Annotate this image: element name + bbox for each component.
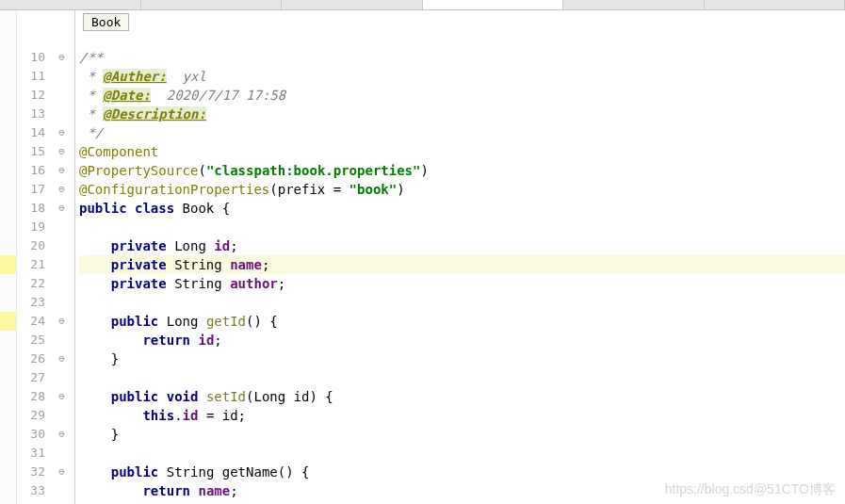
code-token: (: [198, 163, 205, 178]
breakpoint-cell[interactable]: [0, 463, 16, 481]
breakpoint-cell[interactable]: [0, 331, 16, 350]
code-token: (prefix =: [269, 182, 349, 197]
breakpoint-cell[interactable]: [0, 48, 16, 67]
code-line[interactable]: }: [79, 500, 845, 504]
code-line[interactable]: [79, 444, 845, 463]
breakpoint-cell[interactable]: [0, 350, 16, 368]
code-line[interactable]: return id;: [79, 331, 845, 350]
breakpoint-cell[interactable]: [0, 161, 16, 180]
breakpoint-cell[interactable]: [0, 425, 16, 444]
code-line[interactable]: [79, 368, 845, 387]
line-number: 30: [17, 425, 49, 444]
fold-toggle[interactable]: [49, 180, 74, 199]
code-token: return: [142, 333, 198, 348]
code-token: }: [79, 351, 119, 366]
code-line[interactable]: public String getName() {: [79, 463, 845, 481]
code-token: = id;: [198, 408, 246, 423]
code-token: private: [111, 238, 174, 253]
fold-toggle[interactable]: [49, 463, 74, 481]
tab-bar[interactable]: [0, 0, 845, 10]
code-line[interactable]: * @Description:: [79, 105, 845, 123]
code-line[interactable]: */: [79, 123, 845, 142]
code-line[interactable]: @PropertySource("classpath:book.properti…: [79, 161, 845, 180]
breakpoint-cell[interactable]: [0, 199, 16, 218]
breakpoint-cell[interactable]: [0, 387, 16, 406]
code-line[interactable]: @Component: [79, 142, 845, 161]
code-line[interactable]: [79, 293, 845, 312]
code-editor[interactable]: 1011121314151617181920212223242526272829…: [0, 10, 845, 504]
code-token: id: [214, 238, 230, 253]
code-token: [79, 389, 111, 404]
code-line[interactable]: public Long getId() {: [79, 312, 845, 331]
fold-toggle: [49, 105, 74, 123]
breakpoint-cell[interactable]: [0, 274, 16, 293]
code-line[interactable]: * @Auther: yxl: [79, 67, 845, 86]
fold-toggle[interactable]: [49, 161, 74, 180]
tab-slot[interactable]: [705, 0, 846, 9]
tab-slot[interactable]: [0, 0, 141, 9]
breakpoint-cell[interactable]: [0, 444, 16, 463]
code-token: */: [79, 125, 103, 140]
line-number: 29: [17, 406, 49, 425]
code-token: public class: [79, 201, 183, 216]
code-line[interactable]: private Long id;: [79, 236, 845, 255]
code-token: (Long id) {: [246, 389, 333, 404]
fold-toggle[interactable]: [49, 48, 74, 67]
breakpoint-gutter[interactable]: [0, 10, 17, 504]
line-number: 27: [17, 368, 49, 387]
breakpoint-cell[interactable]: [0, 180, 16, 199]
fold-toggle: [49, 67, 74, 86]
code-token: 2020/7/17 17:58: [151, 88, 285, 103]
code-line[interactable]: public void setId(Long id) {: [79, 387, 845, 406]
breakpoint-cell[interactable]: [0, 481, 16, 500]
breakpoint-cell[interactable]: [0, 236, 16, 255]
code-line[interactable]: /**: [79, 48, 845, 67]
code-line[interactable]: private String name;: [79, 255, 845, 274]
code-line[interactable]: [79, 218, 845, 236]
fold-toggle[interactable]: [49, 199, 74, 218]
code-line[interactable]: return name;: [79, 481, 845, 500]
fold-toggle[interactable]: [49, 350, 74, 368]
fold-toggle[interactable]: [49, 142, 74, 161]
code-token: /**: [79, 50, 103, 65]
code-token: ): [397, 182, 404, 197]
breakpoint-cell[interactable]: [0, 293, 16, 312]
breakpoint-cell[interactable]: [0, 255, 16, 274]
breakpoint-cell[interactable]: [0, 86, 16, 105]
breakpoint-cell[interactable]: [0, 67, 16, 86]
breakpoint-cell[interactable]: [0, 123, 16, 142]
line-number: 28: [17, 387, 49, 406]
code-line[interactable]: public class Book {: [79, 199, 845, 218]
code-line[interactable]: @ConfigurationProperties(prefix = "book"…: [79, 180, 845, 199]
code-area[interactable]: /** * @Auther: yxl * @Date: 2020/7/17 17…: [75, 10, 845, 504]
tab-slot[interactable]: [563, 0, 705, 9]
code-token: ;: [230, 483, 237, 498]
code-token: private: [111, 276, 174, 291]
code-line[interactable]: this.id = id;: [79, 406, 845, 425]
fold-toggle: [49, 255, 74, 274]
fold-toggle[interactable]: [49, 123, 74, 142]
breakpoint-cell[interactable]: [0, 500, 16, 504]
tab-slot[interactable]: [141, 0, 283, 9]
code-token: name: [198, 483, 230, 498]
code-line[interactable]: }: [79, 350, 845, 368]
breakpoint-cell[interactable]: [0, 368, 16, 387]
fold-gutter[interactable]: [49, 10, 75, 504]
code-line[interactable]: private String author;: [79, 274, 845, 293]
fold-toggle[interactable]: [49, 425, 74, 444]
hover-tooltip: Book: [83, 13, 129, 31]
code-line[interactable]: * @Date: 2020/7/17 17:58: [79, 86, 845, 105]
breakpoint-cell[interactable]: [0, 105, 16, 123]
breakpoint-cell[interactable]: [0, 142, 16, 161]
tab-slot[interactable]: [282, 0, 423, 9]
code-line[interactable]: }: [79, 425, 845, 444]
code-token: [79, 408, 142, 423]
fold-toggle[interactable]: [49, 387, 74, 406]
code-token: Long: [174, 238, 214, 253]
breakpoint-cell[interactable]: [0, 312, 16, 331]
tab-slot-active[interactable]: [423, 0, 564, 9]
breakpoint-cell[interactable]: [0, 218, 16, 236]
breakpoint-cell[interactable]: [0, 406, 16, 425]
code-token: private: [111, 257, 174, 272]
fold-toggle[interactable]: [49, 312, 74, 331]
